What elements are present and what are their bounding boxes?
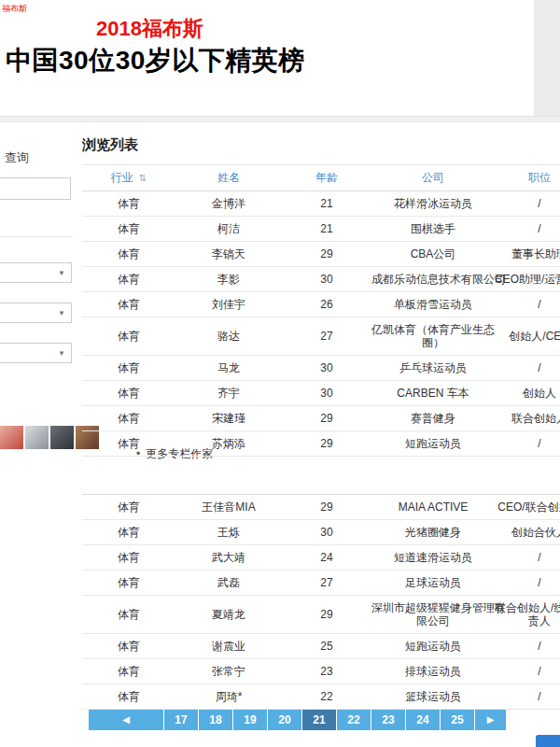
pagination-next-button[interactable]: ▶ bbox=[475, 710, 506, 730]
table-row: 体育张常宁23排球运动员/ bbox=[82, 659, 560, 684]
cell-industry: 体育 bbox=[82, 242, 175, 267]
table-row: 体育王烁30光猪圈健身创始合伙人 bbox=[82, 520, 560, 545]
table-row: 体育刘佳宇26单板滑雪运动员/ bbox=[82, 292, 560, 317]
chevron-down-icon: ▼ bbox=[58, 349, 65, 358]
cell-age: 21 bbox=[282, 191, 371, 217]
page-background-strip bbox=[534, 0, 560, 117]
floating-widget-button[interactable] bbox=[536, 735, 560, 747]
cell-position: / bbox=[495, 545, 560, 571]
cell-age: 24 bbox=[282, 545, 371, 571]
cell-industry: 体育 bbox=[82, 571, 175, 596]
table-row: 体育李影30成都乐动信息技术有限公司CEO助理/运营总监 bbox=[82, 267, 560, 292]
filter-dropdown-3[interactable]: ▼ bbox=[0, 343, 72, 363]
cell-position: 创始人/CEO bbox=[495, 317, 560, 356]
table-row: 体育夏靖龙29深圳市超级猩猩健身管理有 限公司联合创始人/线上团队负 责人 bbox=[82, 596, 560, 634]
filter-dropdown-2[interactable]: ▼ bbox=[0, 303, 72, 323]
pagination-page-25[interactable]: 25 bbox=[441, 710, 474, 730]
cell-industry: 体育 bbox=[82, 317, 175, 356]
header-divider-band bbox=[0, 116, 560, 122]
pagination-page-21[interactable]: 21 bbox=[302, 710, 336, 730]
cell-age: 30 bbox=[282, 520, 371, 545]
sidebar-search-input[interactable] bbox=[0, 177, 71, 200]
pagination-page-19[interactable]: 19 bbox=[233, 710, 267, 730]
browse-list-title: 浏览列表 bbox=[82, 136, 138, 154]
table-row: 体育柯洁21围棋选手/ bbox=[82, 217, 560, 242]
cell-industry: 体育 bbox=[82, 217, 175, 242]
cell-industry: 体育 bbox=[82, 431, 175, 457]
columnist-avatar[interactable] bbox=[25, 426, 49, 449]
cell-position: CEO助理/运营总监 bbox=[495, 267, 560, 292]
cell-name: 柯洁 bbox=[175, 217, 282, 242]
cell-company: 赛普健身 bbox=[371, 406, 495, 431]
site-logo-text[interactable]: 福布斯 bbox=[2, 3, 27, 15]
table-row: 体育武大靖24短道速滑运动员/ bbox=[82, 545, 560, 571]
column-header-company[interactable]: 公司 bbox=[371, 165, 495, 191]
cell-company: 乒乓球运动员 bbox=[371, 356, 495, 381]
column-header-industry[interactable]: 行业⇅ bbox=[82, 165, 175, 191]
cell-company: 围棋选手 bbox=[371, 217, 495, 242]
cell-position: CEO/联合创始人 bbox=[495, 495, 560, 520]
table-row: 体育马龙30乒乓球运动员/ bbox=[82, 356, 560, 381]
cell-industry: 体育 bbox=[82, 381, 175, 406]
column-header-position[interactable]: 职位 bbox=[495, 165, 560, 191]
cell-industry: 体育 bbox=[82, 267, 175, 292]
pagination-page-17[interactable]: 17 bbox=[164, 710, 198, 730]
cell-position: / bbox=[495, 217, 560, 242]
cell-company: 亿凯体育（体育产业生态 圈） bbox=[371, 317, 495, 356]
cell-name: 周琦* bbox=[175, 684, 282, 710]
cell-position: / bbox=[495, 292, 560, 317]
columnist-avatar[interactable] bbox=[50, 426, 74, 449]
chevron-down-icon: ▼ bbox=[58, 309, 65, 317]
cell-age: 29 bbox=[282, 242, 371, 267]
cell-company: 深圳市超级猩猩健身管理有 限公司 bbox=[371, 596, 495, 634]
cell-company: 成都乐动信息技术有限公司 bbox=[371, 267, 495, 292]
pagination-page-22[interactable]: 22 bbox=[337, 710, 371, 730]
cell-company: 篮球运动员 bbox=[371, 684, 495, 710]
sort-icon[interactable]: ⇅ bbox=[139, 173, 147, 183]
cell-name: 谢震业 bbox=[175, 634, 282, 659]
cell-company: MAIA ACTIVE bbox=[371, 495, 495, 520]
column-header-age[interactable]: 年龄 bbox=[282, 165, 371, 191]
table-row: 体育王佳音MIA29MAIA ACTIVECEO/联合创始人 bbox=[82, 495, 560, 520]
cell-company: CBA公司 bbox=[371, 242, 495, 267]
pagination-page-20[interactable]: 20 bbox=[268, 710, 301, 730]
cell-industry: 体育 bbox=[82, 520, 175, 545]
cell-age: 27 bbox=[282, 317, 371, 356]
cell-name: 李影 bbox=[175, 267, 282, 292]
cell-age: 29 bbox=[282, 406, 371, 431]
cell-position: / bbox=[495, 191, 560, 217]
cell-age: 30 bbox=[282, 381, 371, 406]
cell-age: 22 bbox=[282, 684, 371, 710]
cell-company: 短道速滑运动员 bbox=[371, 545, 495, 571]
cell-industry: 体育 bbox=[82, 495, 175, 520]
cell-industry: 体育 bbox=[82, 659, 175, 684]
cell-industry: 体育 bbox=[82, 684, 175, 710]
cell-company: 光猪圈健身 bbox=[371, 520, 495, 545]
cell-company: 排球运动员 bbox=[371, 659, 495, 684]
table-row: 体育骆达27亿凯体育（体育产业生态 圈）创始人/CEO bbox=[82, 317, 560, 356]
cell-name: 王佳音MIA bbox=[175, 495, 282, 520]
cell-age: 29 bbox=[282, 596, 371, 634]
sidebar-divider bbox=[0, 236, 73, 237]
cell-age: 25 bbox=[282, 634, 371, 659]
table-row: 体育周琦*22篮球运动员/ bbox=[82, 684, 560, 710]
pagination-page-24[interactable]: 24 bbox=[406, 710, 440, 730]
columnist-avatar[interactable] bbox=[0, 426, 23, 449]
filter-dropdown-1[interactable]: ▼ bbox=[0, 262, 72, 283]
pagination-page-23[interactable]: 23 bbox=[371, 710, 405, 730]
cell-age: 29 bbox=[282, 431, 371, 457]
table-row: 体育金博洋21花样滑冰运动员/ bbox=[82, 191, 560, 217]
cell-company: 短跑运动员 bbox=[371, 431, 495, 457]
table-header-row: 行业⇅ 姓名 年龄 公司 职位 bbox=[82, 165, 560, 191]
pagination-prev-button[interactable]: ◀ bbox=[89, 710, 163, 730]
table-row: 体育谢震业25短跑运动员/ bbox=[82, 634, 560, 659]
page-subtitle-red: 2018福布斯 bbox=[96, 15, 203, 43]
cell-age: 23 bbox=[282, 659, 371, 684]
table-row: 体育齐宇30CARBEN 车本创始人 bbox=[82, 381, 560, 406]
cell-name: 夏靖龙 bbox=[175, 596, 282, 634]
pagination-page-18[interactable]: 18 bbox=[199, 710, 232, 730]
cell-position: / bbox=[495, 571, 560, 596]
column-header-name[interactable]: 姓名 bbox=[175, 165, 282, 191]
cell-position: / bbox=[495, 659, 560, 684]
cell-age: 30 bbox=[282, 267, 371, 292]
